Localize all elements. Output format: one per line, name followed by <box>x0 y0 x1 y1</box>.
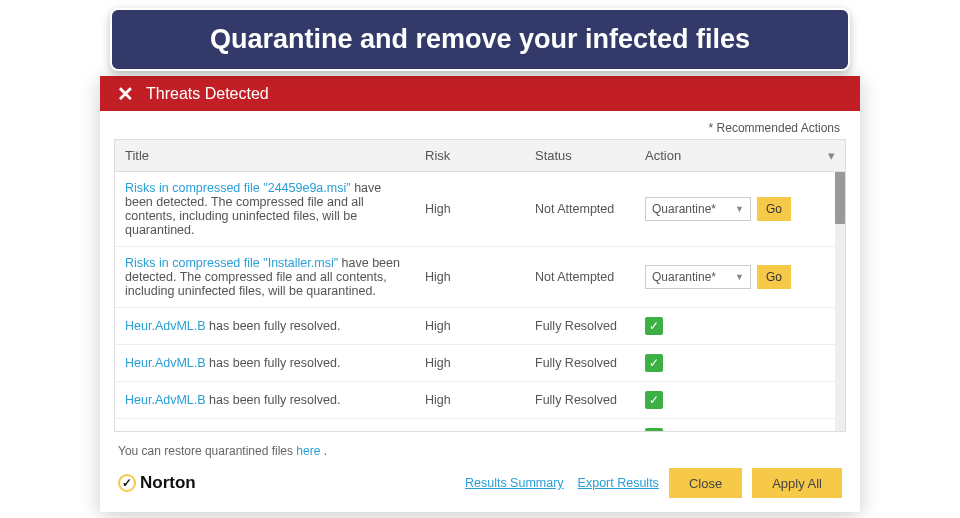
resolved-check-icon: ✓ <box>645 354 663 372</box>
cell-action: Quarantine*▼Go <box>635 263 813 291</box>
resolved-check-icon: ✓ <box>645 428 663 431</box>
restore-after: . <box>320 444 327 458</box>
col-title[interactable]: Title <box>115 140 415 171</box>
col-action[interactable]: Action <box>635 140 818 171</box>
cell-action: Quarantine*▼Go <box>635 195 813 223</box>
threat-link[interactable]: Risks in compressed file "24459e9a.msi" <box>125 181 351 195</box>
table-row: Heur.AdvML.B has been fully resolved.Hig… <box>115 345 835 382</box>
table-row: Risks in compressed file "Installer.msi"… <box>115 247 835 308</box>
table-row: Heur.AdvML.B has been fully resolved.Hig… <box>115 419 835 431</box>
action-dropdown[interactable]: Quarantine*▼ <box>645 197 751 221</box>
cell-action: ✓ <box>635 352 813 374</box>
threats-table: Title Risk Status Action ▾ Risks in comp… <box>114 139 846 432</box>
dropdown-label: Quarantine* <box>652 270 716 284</box>
go-button[interactable]: Go <box>757 265 791 289</box>
logo-text: Norton <box>140 473 196 493</box>
col-status[interactable]: Status <box>525 140 635 171</box>
export-results-link[interactable]: Export Results <box>578 476 659 490</box>
cell-risk: High <box>415 354 525 372</box>
cell-title: Risks in compressed file "24459e9a.msi" … <box>115 179 415 239</box>
apply-all-button[interactable]: Apply All <box>752 468 842 498</box>
table-body: Risks in compressed file "24459e9a.msi" … <box>115 172 835 431</box>
threat-link[interactable]: Heur.AdvML.B <box>125 393 206 407</box>
cell-status: Not Attempted <box>525 268 635 286</box>
table-header: Title Risk Status Action ▾ <box>115 140 845 172</box>
col-risk[interactable]: Risk <box>415 140 525 171</box>
norton-check-icon: ✓ <box>118 474 136 492</box>
row-spacer <box>813 324 835 328</box>
restore-link[interactable]: here <box>296 444 320 458</box>
cell-status: Fully Resolved <box>525 428 635 431</box>
dropdown-label: Quarantine* <box>652 202 716 216</box>
threat-x-icon: ✕ <box>114 83 136 105</box>
row-spacer <box>813 361 835 365</box>
cell-title: Heur.AdvML.B has been fully resolved. <box>115 428 415 431</box>
scrollbar-thumb[interactable] <box>835 172 845 224</box>
restore-text: You can restore quarantined files <box>118 444 296 458</box>
table-row: Risks in compressed file "24459e9a.msi" … <box>115 172 835 247</box>
go-button[interactable]: Go <box>757 197 791 221</box>
footer-links: Results Summary Export Results <box>465 476 659 490</box>
threat-link[interactable]: Risks in compressed file "Installer.msi" <box>125 256 338 270</box>
cell-action: ✓ <box>635 389 813 411</box>
threat-link[interactable]: Heur.AdvML.B <box>125 356 206 370</box>
norton-logo: ✓ Norton <box>118 473 196 493</box>
cell-risk: High <box>415 317 525 335</box>
action-dropdown[interactable]: Quarantine*▼ <box>645 265 751 289</box>
cell-title: Risks in compressed file "Installer.msi"… <box>115 254 415 300</box>
dialog-header: ✕ Threats Detected <box>100 76 860 111</box>
cell-status: Fully Resolved <box>525 317 635 335</box>
threat-desc: has been fully resolved. <box>206 319 341 333</box>
restore-line: You can restore quarantined files here . <box>100 432 860 462</box>
dialog-window: ✕ Threats Detected * Recommended Actions… <box>100 76 860 512</box>
cell-status: Fully Resolved <box>525 354 635 372</box>
threat-link[interactable]: Heur.AdvML.B <box>125 319 206 333</box>
cell-title: Heur.AdvML.B has been fully resolved. <box>115 391 415 409</box>
table-row: Heur.AdvML.B has been fully resolved.Hig… <box>115 382 835 419</box>
cell-title: Heur.AdvML.B has been fully resolved. <box>115 354 415 372</box>
resolved-check-icon: ✓ <box>645 391 663 409</box>
close-button[interactable]: Close <box>669 468 742 498</box>
row-spacer <box>813 207 835 211</box>
chevron-down-icon: ▼ <box>735 272 744 282</box>
threat-desc: has been fully resolved. <box>206 356 341 370</box>
cell-action: ✓ <box>635 426 813 431</box>
cell-risk: High <box>415 391 525 409</box>
scrollbar-track[interactable] <box>835 172 845 431</box>
row-spacer <box>813 275 835 279</box>
threat-desc: has been fully resolved. <box>206 393 341 407</box>
cell-status: Not Attempted <box>525 200 635 218</box>
col-menu-caret[interactable]: ▾ <box>818 140 845 171</box>
cell-risk: High <box>415 428 525 431</box>
resolved-check-icon: ✓ <box>645 317 663 335</box>
threat-link[interactable]: Heur.AdvML.B <box>125 430 206 431</box>
cell-title: Heur.AdvML.B has been fully resolved. <box>115 317 415 335</box>
chevron-down-icon: ▼ <box>735 204 744 214</box>
caption-banner: Quarantine and remove your infected file… <box>110 8 850 71</box>
footer: ✓ Norton Results Summary Export Results … <box>100 462 860 512</box>
cell-action: ✓ <box>635 315 813 337</box>
cell-risk: High <box>415 268 525 286</box>
threat-desc: has been fully resolved. <box>206 430 341 431</box>
recommended-note: * Recommended Actions <box>100 111 860 139</box>
cell-risk: High <box>415 200 525 218</box>
dialog-title: Threats Detected <box>146 85 269 103</box>
cell-status: Fully Resolved <box>525 391 635 409</box>
results-summary-link[interactable]: Results Summary <box>465 476 564 490</box>
table-row: Heur.AdvML.B has been fully resolved.Hig… <box>115 308 835 345</box>
row-spacer <box>813 398 835 402</box>
